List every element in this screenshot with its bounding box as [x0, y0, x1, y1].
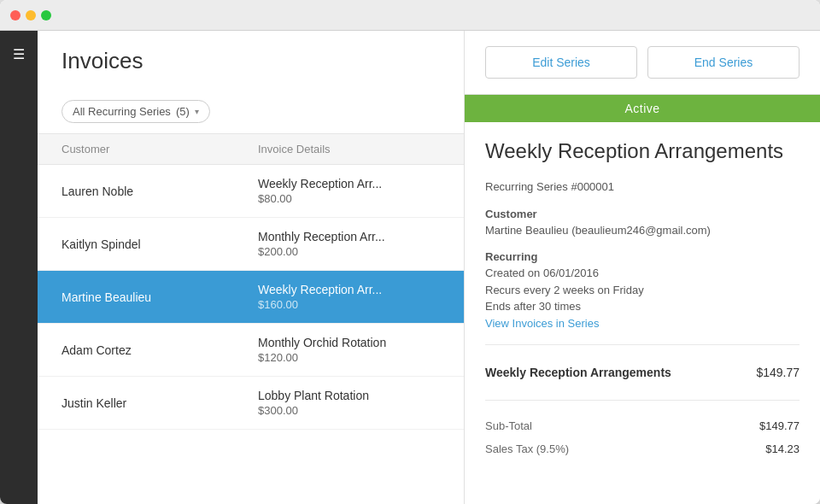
line-item: Weekly Reception Arrangements $149.77	[485, 359, 800, 386]
row-detail-name: Monthly Orchid Rotation	[258, 336, 440, 349]
row-detail-amount: $200.00	[258, 245, 440, 258]
col-header-details: Invoice Details	[258, 143, 440, 155]
row-customer-col: Justin Keller	[62, 396, 258, 410]
recurring-label: Recurring	[485, 250, 800, 263]
row-customer-col: Lauren Noble	[62, 185, 258, 198]
row-name: Justin Keller	[62, 396, 258, 410]
maximize-dot[interactable]	[41, 10, 51, 21]
customer-value: Martine Beaulieu (beaulieum246@gmail.com…	[485, 222, 800, 239]
minimize-dot[interactable]	[26, 10, 36, 21]
menu-icon[interactable]: ☰	[8, 41, 30, 67]
row-detail-name: Monthly Reception Arr...	[258, 230, 440, 243]
right-panel: Edit Series End Series Active Weekly Rec…	[465, 31, 820, 504]
table-row[interactable]: Lauren Noble Weekly Reception Arr... $80…	[38, 165, 464, 218]
view-invoices-link[interactable]: View Invoices in Series	[485, 317, 599, 330]
tax-label: Sales Tax (9.5%)	[485, 442, 569, 455]
detail-title: Weekly Reception Arrangements	[485, 139, 800, 163]
line-item-amount: $149.77	[756, 366, 800, 379]
divider-2	[485, 400, 800, 401]
row-detail-amount: $80.00	[258, 192, 440, 205]
chevron-down-icon: ▾	[195, 107, 199, 116]
series-number-section: Recurring Series #000001	[485, 179, 800, 196]
tax-row: Sales Tax (9.5%) $14.23	[485, 437, 800, 460]
app-container: ☰ Invoices All Recurring Series (5) ▾ Cu…	[0, 31, 820, 504]
recurring-frequency: Recurs every 2 weeks on Friday	[485, 282, 800, 299]
table-row[interactable]: Martine Beaulieu Weekly Reception Arr...…	[38, 271, 464, 324]
row-details-col: Weekly Reception Arr... $160.00	[258, 283, 440, 311]
row-customer-col: Adam Cortez	[62, 343, 258, 357]
status-badge: Active	[465, 95, 820, 122]
recurring-created: Created on 06/01/2016	[485, 265, 800, 282]
customer-section: Customer Martine Beaulieu (beaulieum246@…	[485, 208, 800, 239]
line-item-name: Weekly Reception Arrangements	[485, 366, 671, 379]
filter-bar: All Recurring Series (5) ▾	[38, 100, 464, 133]
table-body: Lauren Noble Weekly Reception Arr... $80…	[38, 165, 464, 504]
row-customer-col: Kaitlyn Spindel	[62, 237, 258, 251]
recurring-ends: Ends after 30 times	[485, 298, 800, 315]
filter-dropdown[interactable]: All Recurring Series (5) ▾	[62, 100, 210, 123]
divider-1	[485, 344, 800, 345]
end-series-button[interactable]: End Series	[647, 46, 800, 79]
close-dot[interactable]	[10, 10, 20, 21]
row-name: Kaitlyn Spindel	[62, 237, 258, 251]
browser-chrome	[0, 0, 820, 31]
col-header-customer: Customer	[62, 143, 258, 155]
customer-label: Customer	[485, 208, 800, 220]
series-number: Recurring Series #000001	[485, 179, 800, 196]
subtotal-row: Sub-Total $149.77	[485, 414, 800, 437]
page-title: Invoices	[62, 48, 440, 74]
row-details-col: Monthly Orchid Rotation $120.00	[258, 336, 440, 364]
row-detail-amount: $300.00	[258, 404, 440, 417]
subtotal-value: $149.77	[759, 419, 800, 432]
row-customer-col: Martine Beaulieu	[62, 290, 258, 304]
filter-label: All Recurring Series	[73, 105, 171, 118]
browser-window: ☰ Invoices All Recurring Series (5) ▾ Cu…	[0, 0, 820, 504]
row-name: Lauren Noble	[62, 185, 258, 198]
table-row[interactable]: Adam Cortez Monthly Orchid Rotation $120…	[38, 324, 464, 377]
table-row[interactable]: Justin Keller Lobby Plant Rotation $300.…	[38, 377, 464, 430]
row-details-col: Weekly Reception Arr... $80.00	[258, 177, 440, 205]
left-panel: Invoices All Recurring Series (5) ▾ Cust…	[38, 31, 465, 504]
row-detail-name: Weekly Reception Arr...	[258, 177, 440, 190]
row-details-col: Lobby Plant Rotation $300.00	[258, 389, 440, 417]
filter-count: (5)	[176, 105, 190, 118]
row-detail-name: Lobby Plant Rotation	[258, 389, 440, 402]
table-row[interactable]: Kaitlyn Spindel Monthly Reception Arr...…	[38, 218, 464, 271]
row-name: Adam Cortez	[62, 343, 258, 357]
tax-value: $14.23	[765, 442, 800, 455]
sidebar: ☰	[0, 31, 38, 504]
row-detail-amount: $120.00	[258, 351, 440, 364]
left-panel-header: Invoices	[38, 31, 464, 100]
right-panel-actions: Edit Series End Series	[465, 31, 820, 95]
table-header: Customer Invoice Details	[38, 133, 464, 165]
recurring-section: Recurring Created on 06/01/2016 Recurs e…	[485, 250, 800, 331]
row-name: Martine Beaulieu	[62, 290, 258, 304]
row-detail-name: Weekly Reception Arr...	[258, 283, 440, 296]
row-detail-amount: $160.00	[258, 298, 440, 311]
subtotal-label: Sub-Total	[485, 419, 532, 432]
edit-series-button[interactable]: Edit Series	[485, 46, 637, 79]
row-details-col: Monthly Reception Arr... $200.00	[258, 230, 440, 258]
detail-card: Weekly Reception Arrangements Recurring …	[465, 122, 820, 478]
